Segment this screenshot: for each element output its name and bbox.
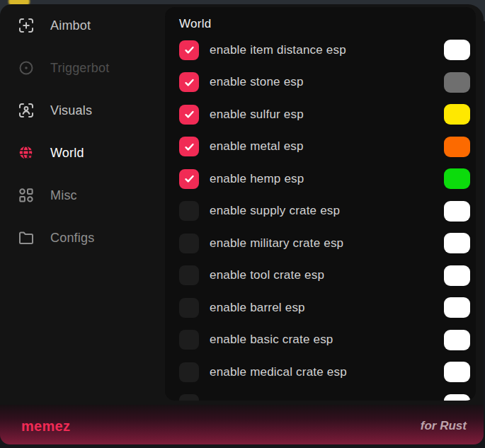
row-label: enable supply crate esp (210, 204, 444, 218)
cheat-menu-window: Aimbot Triggerbot Visuals World Misc Con… (0, 4, 484, 444)
circle-dot-icon (18, 59, 35, 76)
color-swatch[interactable] (444, 168, 470, 189)
row-checkbox[interactable] (179, 234, 199, 253)
sidebar-item-label: World (50, 146, 84, 161)
check-icon (183, 76, 195, 88)
footer: memez for Rust (0, 405, 484, 444)
sidebar-item-label: Visuals (50, 103, 92, 118)
sidebar-item-misc[interactable]: Misc (0, 174, 165, 217)
color-swatch[interactable] (444, 233, 470, 253)
settings-row: enable sulfur esp (179, 98, 470, 131)
sidebar-item-visuals[interactable]: Visuals (0, 89, 165, 132)
row-checkbox[interactable] (179, 362, 199, 382)
check-icon (183, 173, 195, 185)
settings-row: enable basic crate esp (179, 324, 470, 357)
row-checkbox[interactable] (179, 330, 199, 350)
sidebar-item-label: Configs (50, 231, 94, 246)
world-panel: World enable item distance esp enable st… (165, 7, 476, 401)
row-checkbox[interactable] (179, 298, 199, 318)
color-swatch[interactable] (444, 394, 470, 401)
settings-list: enable item distance esp enable stone es… (179, 34, 470, 401)
row-label: enable item distance esp (210, 43, 444, 57)
settings-row: enable medical crate esp (179, 356, 470, 389)
color-swatch[interactable] (444, 40, 470, 60)
grid-icon (18, 187, 35, 204)
check-icon (183, 108, 195, 120)
sidebar-item-aimbot[interactable]: Aimbot (0, 4, 165, 47)
row-label: enable tool crate esp (210, 268, 444, 282)
sidebar-nav: Aimbot Triggerbot Visuals World Misc Con… (0, 4, 165, 395)
row-checkbox[interactable] (179, 40, 199, 60)
crosshair-icon (18, 17, 35, 34)
row-label: enable military crate esp (210, 236, 444, 251)
person-scan-icon (18, 102, 35, 119)
settings-row: enable metal esp (179, 131, 470, 163)
sidebar-item-label: Misc (50, 188, 77, 203)
row-label: enable barrel esp (210, 301, 444, 315)
row-label: enable metal esp (210, 139, 444, 154)
settings-row: enable item distance esp (179, 34, 470, 67)
row-label: enable basic crate esp (210, 333, 444, 347)
sidebar-item-label: Aimbot (50, 18, 91, 33)
settings-row: enable supply crate esp (179, 195, 470, 228)
row-checkbox[interactable] (179, 201, 199, 221)
settings-row: enable tool crate esp (179, 260, 470, 292)
check-icon (183, 44, 195, 56)
row-label: enable hemp esp (210, 172, 444, 186)
row-checkbox[interactable] (179, 394, 199, 401)
row-label: enable sulfur esp (210, 108, 444, 122)
settings-row (179, 389, 470, 401)
row-checkbox[interactable] (179, 265, 199, 285)
settings-row: enable stone esp (179, 67, 470, 99)
folder-icon (18, 229, 35, 246)
settings-row: enable barrel esp (179, 292, 470, 324)
sidebar-item-triggerbot[interactable]: Triggerbot (0, 47, 165, 89)
color-swatch[interactable] (444, 297, 470, 318)
row-checkbox[interactable] (179, 137, 199, 156)
sidebar-item-label: Triggerbot (50, 61, 109, 76)
color-swatch[interactable] (444, 330, 470, 350)
color-swatch[interactable] (444, 265, 470, 286)
color-swatch[interactable] (444, 72, 470, 93)
panel-title: World (179, 17, 212, 31)
row-checkbox[interactable] (179, 169, 199, 189)
check-icon (183, 141, 195, 153)
row-label: enable medical crate esp (210, 365, 444, 379)
settings-row: enable military crate esp (179, 227, 470, 260)
row-label: enable stone esp (210, 75, 444, 89)
sidebar-item-configs[interactable]: Configs (0, 217, 165, 259)
sidebar-item-world[interactable]: World (0, 132, 165, 174)
color-swatch[interactable] (444, 201, 470, 222)
color-swatch[interactable] (444, 104, 470, 125)
brand-name: memez (21, 418, 70, 435)
color-swatch[interactable] (444, 137, 470, 157)
row-checkbox[interactable] (179, 72, 199, 92)
color-swatch[interactable] (444, 362, 470, 382)
globe-icon (18, 144, 35, 161)
row-checkbox[interactable] (179, 105, 199, 125)
settings-row: enable hemp esp (179, 163, 470, 195)
product-tagline: for Rust (421, 419, 467, 433)
